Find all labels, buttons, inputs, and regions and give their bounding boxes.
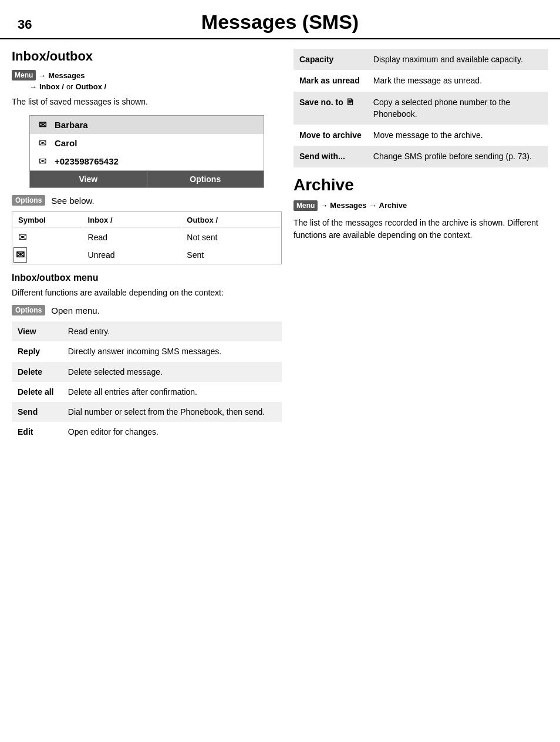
func-row: Move to archive Move message to the arch… (294, 125, 548, 146)
outbox-col-header: Outbox / (182, 213, 280, 227)
archive-section: Archive Menu → Messages → Archive The li… (294, 176, 548, 241)
options-badge-2: Options (12, 305, 45, 315)
func-row: Send with... Change SMS profile before s… (294, 146, 548, 167)
menu-func-name: View (12, 321, 62, 341)
options-badge-1: Options (12, 195, 45, 206)
options-see-below: Options See below. (12, 195, 282, 206)
symbol-col-header: Symbol (14, 213, 82, 227)
func-desc: Display maximum and available capacity. (367, 49, 548, 70)
menu-function-table: View Read entry. Reply Directly answer i… (12, 321, 282, 442)
func-table: Capacity Display maximum and available c… (294, 49, 548, 167)
menu-row: Delete Delete selected message. (12, 362, 282, 382)
view-button[interactable]: View (30, 171, 147, 187)
closed-envelope-carol-icon: ✉ (36, 137, 49, 149)
options-see-below-text: See below. (51, 196, 94, 206)
menu-func-desc: Delete all entries after confirmation. (62, 382, 282, 402)
outbox-notsent: Not sent (182, 229, 280, 246)
archive-nav-messages: Messages (330, 201, 366, 210)
nav-or: or (66, 82, 73, 91)
menu-func-desc: Delete selected message. (62, 362, 282, 382)
func-desc: Copy a selected phone number to the Phon… (367, 92, 548, 125)
func-row: Mark as unread Mark the message as unrea… (294, 70, 548, 91)
menu-row: Reply Directly answer incoming SMS messa… (12, 341, 282, 361)
nav-arrow-2: → (29, 82, 37, 91)
menu-func-name: Delete all (12, 382, 62, 402)
contact-barbara: Barbara (55, 120, 88, 130)
nav-inbox: Inbox / (39, 82, 64, 91)
options-button[interactable]: Options (147, 171, 264, 187)
message-item-carol[interactable]: ✉ Carol (30, 134, 264, 152)
menu-func-name: Reply (12, 341, 62, 361)
content-area: Inbox/outbox Menu → Messages → Inbox / o… (0, 49, 560, 446)
archive-nav-archive: Archive (379, 201, 407, 210)
outbox-sent: Sent (182, 247, 280, 263)
menu-badge: Menu (12, 70, 36, 80)
page-header: 36 Messages (SMS) (0, 0, 560, 39)
symbol-closed-env: ✉ (14, 247, 27, 263)
func-name: Save no. to 🖹 (294, 92, 367, 125)
inbox-menu-subheading: Inbox/outbox menu (12, 273, 282, 283)
inbox-menu-body-text: Different functions are available depend… (12, 287, 282, 299)
func-name: Mark as unread (294, 70, 367, 91)
menu-row: Edit Open editor for changes. (12, 422, 282, 442)
right-column: Capacity Display maximum and available c… (294, 49, 548, 446)
inbox-read: Read (83, 229, 181, 246)
func-desc: Mark the message as unread. (367, 70, 548, 91)
contact-number: +023598765432 (55, 156, 119, 166)
archive-nav-arrow-1: → (320, 201, 328, 210)
nav-messages: Messages (48, 71, 85, 80)
contact-carol: Carol (55, 138, 77, 148)
options-open-menu-text: Open menu. (51, 305, 100, 315)
options-open-menu: Options Open menu. (12, 305, 282, 315)
nav-arrow-1: → (38, 71, 46, 80)
func-name: Send with... (294, 146, 367, 167)
symbol-table: Symbol Inbox / Outbox / ✉ Read Not sent … (12, 211, 282, 264)
func-row: Save no. to 🖹 Copy a selected phone numb… (294, 92, 548, 125)
func-desc: Move message to the archive. (367, 125, 548, 146)
menu-func-desc: Directly answer incoming SMS messages. (62, 341, 282, 361)
menu-func-name: Edit (12, 422, 62, 442)
message-item-barbara[interactable]: ✉ Barbara (30, 116, 264, 134)
symbol-row-unread: ✉ Unread Sent (14, 247, 280, 263)
func-name: Move to archive (294, 125, 367, 146)
nav-path-1: Menu → Messages (12, 70, 282, 80)
message-list-box: ✉ Barbara ✉ Carol ✉ +023598765432 View O… (29, 115, 264, 188)
archive-heading: Archive (294, 176, 548, 194)
nav-path-2: → Inbox / or Outbox / (12, 82, 282, 91)
archive-nav-1: Menu → Messages → Archive (294, 200, 548, 211)
menu-func-desc: Read entry. (62, 321, 282, 341)
closed-envelope-number-icon: ✉ (36, 156, 49, 167)
nav-outbox: Outbox / (75, 82, 106, 91)
message-item-number[interactable]: ✉ +023598765432 (30, 152, 264, 170)
func-row: Capacity Display maximum and available c… (294, 49, 548, 70)
menu-func-desc: Open editor for changes. (62, 422, 282, 442)
page-number: 36 (18, 17, 39, 32)
message-action-buttons: View Options (30, 170, 264, 187)
symbol-row-read: ✉ Read Not sent (14, 229, 280, 246)
page-title: Messages (SMS) (53, 11, 542, 33)
menu-func-desc: Dial number or select from the Phonebook… (62, 402, 282, 422)
left-column: Inbox/outbox Menu → Messages → Inbox / o… (12, 49, 282, 446)
open-envelope-icon: ✉ (36, 119, 49, 130)
menu-row: Delete all Delete all entries after conf… (12, 382, 282, 402)
symbol-open-env: ✉ (14, 229, 82, 246)
menu-func-name: Send (12, 402, 62, 422)
inbox-col-header: Inbox / (83, 213, 181, 227)
menu-func-name: Delete (12, 362, 62, 382)
inbox-outbox-heading: Inbox/outbox (12, 49, 282, 64)
archive-menu-badge: Menu (294, 200, 318, 211)
inbox-unread: Unread (83, 247, 181, 263)
func-desc: Change SMS profile before sending (p. 73… (367, 146, 548, 167)
archive-nav-arrow-2: → (369, 201, 377, 210)
archive-body-text: The list of the messages recorded in the… (294, 217, 548, 241)
menu-row: View Read entry. (12, 321, 282, 341)
inbox-body-text: The list of saved messages is shown. (12, 96, 282, 108)
menu-row: Send Dial number or select from the Phon… (12, 402, 282, 422)
func-name: Capacity (294, 49, 367, 70)
